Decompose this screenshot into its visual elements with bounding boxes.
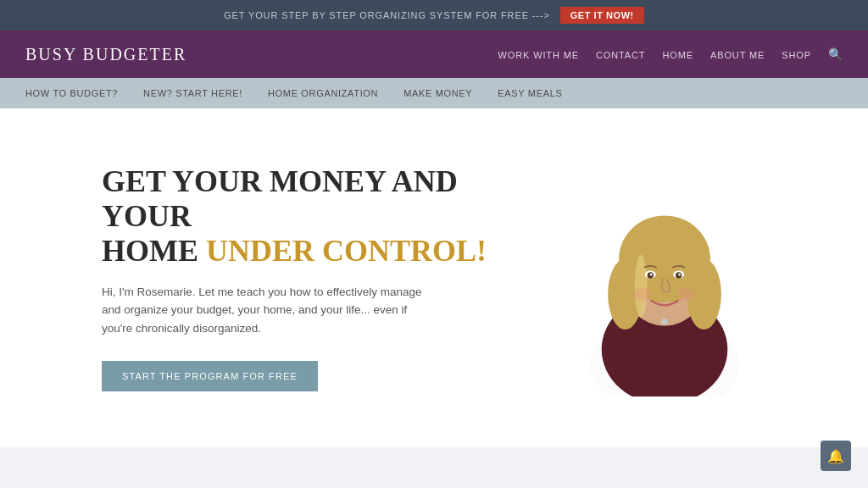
top-banner: GET YOUR STEP BY STEP ORGANIZING SYSTEM …	[0, 0, 868, 30]
hero-description: Hi, I'm Rosemarie. Let me teach you how …	[102, 283, 424, 338]
hero-title-line1: GET YOUR MONEY AND YOUR	[102, 164, 458, 233]
main-nav-links: WORK WITH ME CONTACT HOME ABOUT ME SHOP …	[498, 47, 843, 62]
nav-make-money[interactable]: MAKE MONEY	[403, 88, 472, 98]
main-navigation: BUSY BUDGETER WORK WITH ME CONTACT HOME …	[0, 30, 868, 78]
nav-work-with-me[interactable]: WORK WITH ME	[498, 50, 579, 60]
hero-title-line2: HOME	[102, 234, 206, 268]
nav-new-start-here[interactable]: NEW? START HERE!	[143, 88, 242, 98]
secondary-navigation: HOW TO BUDGET? NEW? START HERE! HOME ORG…	[0, 78, 868, 108]
nav-how-to-budget[interactable]: HOW TO BUDGET?	[25, 88, 118, 98]
hero-title-highlight: UNDER CONTROL!	[206, 234, 487, 268]
svg-point-15	[677, 288, 696, 301]
start-program-button[interactable]: START THE PROGRAM FOR FREE	[102, 361, 318, 391]
svg-point-12	[650, 274, 653, 276]
bell-icon: 🔔	[827, 448, 844, 464]
hero-section: GET YOUR MONEY AND YOUR HOME UNDER CONTR…	[0, 108, 868, 447]
nav-easy-meals[interactable]: EASY MEALS	[498, 88, 562, 98]
hero-image	[546, 159, 783, 396]
search-icon[interactable]: 🔍	[828, 48, 843, 61]
bottom-section	[0, 447, 868, 488]
nav-home-organization[interactable]: HOME ORGANIZATION	[268, 88, 378, 98]
nav-shop[interactable]: SHOP	[782, 50, 811, 60]
banner-text: GET YOUR STEP BY STEP ORGANIZING SYSTEM …	[224, 10, 550, 20]
hero-title: GET YOUR MONEY AND YOUR HOME UNDER CONTR…	[102, 164, 509, 269]
svg-point-14	[633, 288, 652, 301]
nav-contact[interactable]: CONTACT	[596, 50, 646, 60]
svg-point-16	[661, 319, 667, 324]
site-logo[interactable]: BUSY BUDGETER	[25, 45, 186, 64]
person-svg	[571, 176, 758, 396]
svg-point-13	[678, 274, 681, 276]
svg-point-7	[635, 255, 648, 318]
nav-home[interactable]: HOME	[662, 50, 693, 60]
notification-bell[interactable]: 🔔	[821, 441, 851, 471]
get-it-now-button[interactable]: GET IT NOW!	[560, 7, 644, 24]
nav-about-me[interactable]: ABOUT ME	[710, 50, 765, 60]
hero-content: GET YOUR MONEY AND YOUR HOME UNDER CONTR…	[102, 164, 509, 392]
